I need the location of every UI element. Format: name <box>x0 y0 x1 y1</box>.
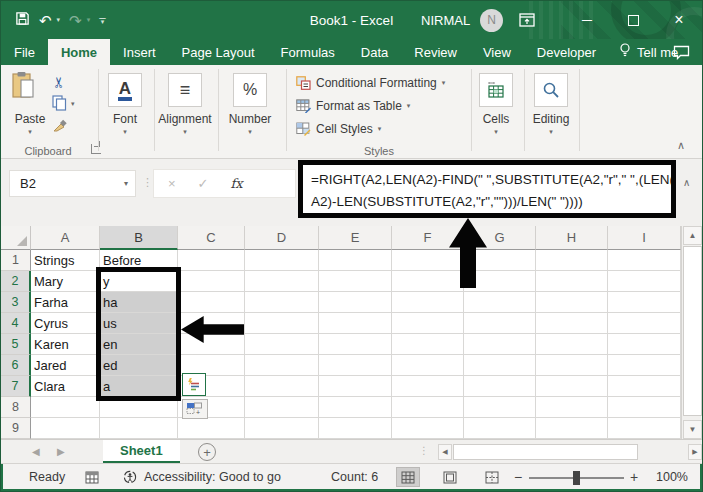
cell-H8[interactable] <box>536 397 608 418</box>
tab-scrollbar-splitter[interactable]: ⋮ <box>419 445 429 456</box>
cell-E4[interactable] <box>319 313 392 334</box>
cell-F5[interactable] <box>392 334 464 355</box>
insert-function-icon[interactable]: fx <box>231 176 243 191</box>
paste-button[interactable] <box>11 71 37 104</box>
cell-A6[interactable]: Jared <box>31 355 100 376</box>
accessibility-status[interactable]: Accessibility: Good to go <box>123 464 281 490</box>
vertical-scrollbar[interactable]: ▲ ▼ <box>681 226 702 439</box>
cell-F1[interactable] <box>392 250 464 271</box>
column-header-H[interactable]: H <box>536 226 608 250</box>
cell-I5[interactable] <box>608 334 681 355</box>
ribbon-display-options-icon[interactable] <box>519 1 535 39</box>
record-macro-icon[interactable] <box>85 464 99 490</box>
tab-formulas[interactable]: Formulas <box>268 39 348 65</box>
cell-F7[interactable] <box>392 376 464 397</box>
close-button[interactable]: × <box>656 1 702 39</box>
cell-A1[interactable]: Strings <box>31 250 100 271</box>
cell-D3[interactable] <box>245 292 319 313</box>
cell-F4[interactable] <box>392 313 464 334</box>
editing-dropdown-icon[interactable]: ▾ <box>516 128 586 136</box>
row-header-4[interactable]: 4 <box>1 313 31 334</box>
tab-insert[interactable]: Insert <box>110 39 169 65</box>
comment-icon[interactable] <box>673 39 690 65</box>
zoom-level[interactable]: 100% <box>656 464 688 490</box>
format-painter-icon[interactable] <box>52 117 68 136</box>
redo-dropdown-icon[interactable]: ▾ <box>87 16 91 24</box>
sheet-nav-right-icon[interactable]: ▶ <box>57 446 65 457</box>
cell-I9[interactable] <box>608 418 681 439</box>
status-mode[interactable]: Ready <box>29 464 65 490</box>
cell-H3[interactable] <box>536 292 608 313</box>
cell-E1[interactable] <box>319 250 392 271</box>
cell-G9[interactable] <box>464 418 536 439</box>
cell-A8[interactable] <box>31 397 100 418</box>
account-name[interactable]: NIRMAL <box>421 13 470 28</box>
row-header-1[interactable]: 1 <box>1 250 31 271</box>
tab-home[interactable]: Home <box>48 39 110 65</box>
cell-B9[interactable] <box>100 418 178 439</box>
cell-C9[interactable] <box>178 418 245 439</box>
new-sheet-button[interactable]: + <box>198 443 216 461</box>
tab-file[interactable]: File <box>1 39 48 65</box>
alignment-button[interactable]: ≡ <box>168 73 202 107</box>
cancel-entry-icon[interactable]: × <box>168 176 176 191</box>
cell-A2[interactable]: Mary <box>31 271 100 292</box>
row-header-5[interactable]: 5 <box>1 334 31 355</box>
cell-G3[interactable] <box>464 292 536 313</box>
quick-analysis-button[interactable] <box>182 373 206 396</box>
column-header-B[interactable]: B <box>100 226 178 250</box>
maximize-button[interactable] <box>610 1 656 39</box>
cell-H7[interactable] <box>536 376 608 397</box>
vertical-scrollbar-thumb[interactable] <box>683 246 702 416</box>
cell-D1[interactable] <box>245 250 319 271</box>
cell-E5[interactable] <box>319 334 392 355</box>
page-layout-view-button[interactable] <box>438 467 462 487</box>
cell-I7[interactable] <box>608 376 681 397</box>
cell-F3[interactable] <box>392 292 464 313</box>
row-header-7[interactable]: 7 <box>1 376 31 397</box>
cell-A4[interactable]: Cyrus <box>31 313 100 334</box>
cell-I4[interactable] <box>608 313 681 334</box>
cell-D4[interactable] <box>245 313 319 334</box>
count-indicator[interactable]: Count: 6 <box>331 464 378 490</box>
cell-styles-button[interactable]: Cell Styles ▾ <box>296 119 381 139</box>
scroll-down-icon[interactable]: ▼ <box>683 420 702 439</box>
cut-icon[interactable]: ✂ <box>50 76 68 89</box>
formula-bar-splitter[interactable]: ⋮ <box>142 176 153 189</box>
cell-D6[interactable] <box>245 355 319 376</box>
column-header-D[interactable]: D <box>245 226 319 250</box>
format-as-table-button[interactable]: Format as Table ▾ <box>296 96 410 116</box>
cell-A5[interactable]: Karen <box>31 334 100 355</box>
horizontal-scrollbar-thumb[interactable] <box>453 444 638 460</box>
customize-qat-icon[interactable]: ─▾ <box>99 16 105 24</box>
cell-C3[interactable] <box>178 292 245 313</box>
column-header-C[interactable]: C <box>178 226 245 250</box>
cell-D8[interactable] <box>245 397 319 418</box>
normal-view-button[interactable] <box>396 467 420 487</box>
minimize-button[interactable]: ─ <box>564 1 610 39</box>
name-box-dropdown-icon[interactable]: ▾ <box>124 179 128 188</box>
undo-icon[interactable]: ↶ <box>39 13 52 28</box>
scroll-right-icon[interactable]: ▶ <box>688 444 702 460</box>
cell-I2[interactable] <box>608 271 681 292</box>
tab-developer[interactable]: Developer <box>524 39 609 65</box>
alignment-dropdown-icon[interactable]: ▾ <box>150 128 220 136</box>
clipboard-dialog-launcher-icon[interactable] <box>91 144 101 154</box>
zoom-slider-knob[interactable] <box>573 471 580 485</box>
zoom-out-button[interactable]: − <box>514 464 522 490</box>
auto-fill-options-button[interactable]: + <box>182 399 208 419</box>
cell-H2[interactable] <box>536 271 608 292</box>
save-icon[interactable] <box>15 11 30 30</box>
cell-C5[interactable] <box>178 334 245 355</box>
cell-I8[interactable] <box>608 397 681 418</box>
cell-G4[interactable] <box>464 313 536 334</box>
column-header-E[interactable]: E <box>319 226 392 250</box>
tab-view[interactable]: View <box>470 39 524 65</box>
row-header-3[interactable]: 3 <box>1 292 31 313</box>
row-header-8[interactable]: 8 <box>1 397 31 418</box>
cell-C1[interactable] <box>178 250 245 271</box>
cell-D9[interactable] <box>245 418 319 439</box>
number-button[interactable]: % <box>233 73 267 107</box>
name-box[interactable]: B2 ▾ <box>9 170 136 197</box>
horizontal-scrollbar[interactable]: ◀ ▶ <box>438 444 702 460</box>
